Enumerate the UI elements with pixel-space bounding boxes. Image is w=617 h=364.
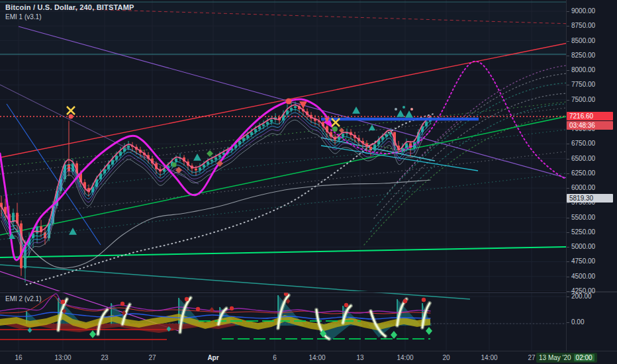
time-axis-label: 16 bbox=[15, 354, 22, 361]
price-axis-label: 8000.00 bbox=[571, 66, 595, 73]
time-axis-label: 23 bbox=[101, 354, 108, 361]
chart-pane[interactable]: Bitcoin / U.S. Dollar, 240, BITSTAMP EMI… bbox=[0, 0, 566, 351]
indicator1-label[interactable]: EMI 1 (v3.1) bbox=[5, 13, 134, 21]
price-axis-label: 4750.00 bbox=[571, 257, 595, 265]
price-axis-label: 8500.00 bbox=[571, 37, 595, 44]
pane-separator bbox=[0, 291, 566, 293]
price-axis-label: 5000.00 bbox=[571, 243, 595, 250]
price-axis-label: 5250.00 bbox=[571, 228, 595, 236]
price-axis-label: 4500.00 bbox=[571, 273, 595, 280]
bar-countdown-badge: 03:48:36 bbox=[567, 121, 613, 130]
price-axis-label: 6500.00 bbox=[571, 155, 595, 162]
chart-canvas[interactable] bbox=[0, 0, 566, 351]
pane2-axis-label: 200.00 bbox=[571, 293, 592, 300]
badge-date: 13 May '20 bbox=[539, 354, 571, 361]
price-axis-label: 9000.00 bbox=[571, 7, 595, 15]
time-axis-label: 20 bbox=[442, 354, 450, 361]
price-axis-label: 6250.00 bbox=[571, 169, 595, 177]
dotted-fan-layer bbox=[0, 108, 566, 240]
price-axis-label: 7500.00 bbox=[571, 96, 595, 103]
time-axis-label: 6 bbox=[273, 354, 277, 361]
time-axis-label: 27 bbox=[148, 354, 156, 361]
price-axis[interactable]: 7216.60 03:48:36 5819.30 9000.008750.008… bbox=[566, 0, 617, 351]
time-axis-label: 13 bbox=[356, 354, 363, 361]
price-axis-label: 7750.00 bbox=[571, 81, 595, 88]
pane2-axis-label: 0.00 bbox=[571, 318, 584, 326]
indicator2-label[interactable]: EMI 2 (v2.1) bbox=[5, 295, 41, 302]
time-axis[interactable]: 13 May '2002:00 1613:002327Apr614:001314… bbox=[0, 351, 617, 364]
time-axis-label: 14:00 bbox=[397, 354, 413, 361]
price-axis-label: 6000.00 bbox=[571, 184, 595, 191]
trading-chart-app: Bitcoin / U.S. Dollar, 240, BITSTAMP EMI… bbox=[0, 0, 617, 364]
indicator-level-badge: 5819.30 bbox=[567, 194, 613, 203]
legend[interactable]: Bitcoin / U.S. Dollar, 240, BITSTAMP EMI… bbox=[5, 3, 134, 21]
current-price-badge: 7216.60 bbox=[567, 112, 613, 120]
time-axis-label: 14:00 bbox=[481, 354, 497, 361]
time-axis-label: 27 bbox=[528, 354, 535, 361]
badge-time: 02:00 bbox=[574, 354, 594, 361]
time-axis-label: 14:00 bbox=[308, 354, 325, 361]
time-axis-label: 13:00 bbox=[54, 354, 71, 361]
price-axis-label: 8250.00 bbox=[571, 52, 595, 59]
time-axis-label: Apr bbox=[207, 354, 218, 361]
price-axis-label: 8750.00 bbox=[571, 22, 595, 29]
next-bar-time-badge: 13 May '2002:00 bbox=[536, 353, 597, 363]
ema-ribbon-layer bbox=[1, 105, 430, 259]
symbol-title[interactable]: Bitcoin / U.S. Dollar, 240, BITSTAMP bbox=[5, 3, 134, 11]
price-axis-label: 6750.00 bbox=[571, 140, 595, 147]
price-axis-label: 5500.00 bbox=[571, 214, 595, 221]
